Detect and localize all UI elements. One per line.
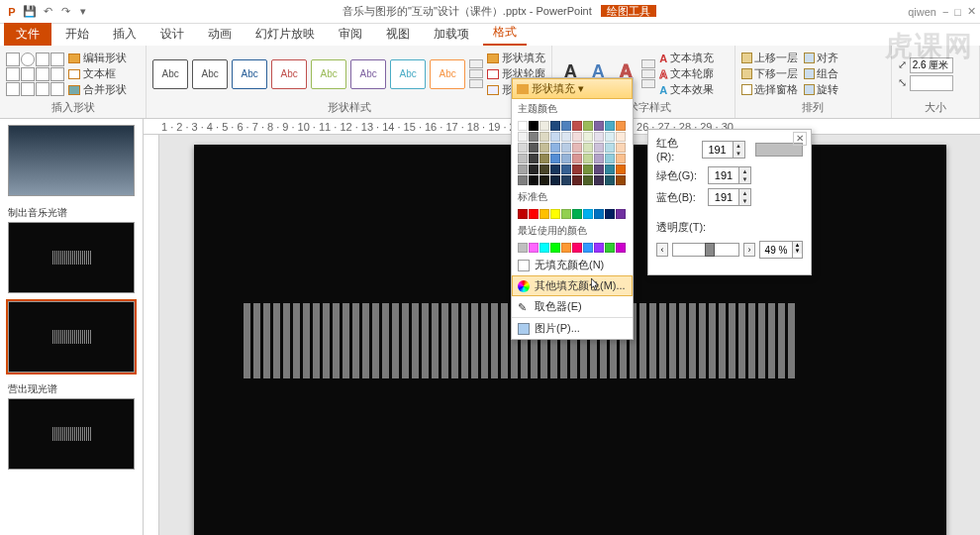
color-swatch[interactable] [539, 132, 549, 142]
standard-color-palette[interactable] [512, 207, 633, 221]
spin-up-icon[interactable]: ▲ [734, 142, 744, 150]
color-swatch[interactable] [539, 154, 549, 163]
transparency-input[interactable]: ▲▼ [759, 241, 803, 259]
panel-close-icon[interactable]: ✕ [793, 132, 807, 146]
shape-fill-header[interactable]: 形状填充▾ [512, 78, 633, 99]
thumbnail-3[interactable] [4, 301, 139, 373]
color-swatch[interactable] [616, 209, 626, 219]
thumbnail-1[interactable] [4, 125, 139, 196]
color-swatch[interactable] [605, 143, 615, 153]
color-swatch[interactable] [550, 121, 560, 131]
color-swatch[interactable] [561, 121, 571, 131]
edit-shape-button[interactable]: 编辑形状 [68, 51, 127, 65]
color-swatch[interactable] [518, 209, 528, 219]
color-swatch[interactable] [572, 175, 582, 185]
color-swatch[interactable] [518, 164, 528, 174]
theme-color-palette[interactable] [512, 119, 633, 187]
gallery-more-icon[interactable] [469, 59, 483, 88]
slider-thumb[interactable] [705, 243, 715, 257]
color-swatch[interactable] [550, 143, 560, 153]
color-swatch[interactable] [605, 164, 615, 174]
color-swatch[interactable] [605, 132, 615, 142]
color-swatch[interactable] [539, 164, 549, 174]
color-swatch[interactable] [550, 175, 560, 185]
slide-thumbnails[interactable]: 制出音乐光谱 营出现光谱 [0, 119, 144, 535]
color-swatch[interactable] [529, 164, 539, 174]
text-outline-button[interactable]: A文本轮廓 [659, 66, 714, 81]
tab-insert[interactable]: 插入 [103, 23, 147, 46]
color-swatch[interactable] [550, 164, 560, 174]
rotate-button[interactable]: 旋转 [804, 82, 838, 97]
color-swatch[interactable] [605, 209, 615, 219]
color-swatch[interactable] [539, 243, 549, 253]
color-swatch[interactable] [594, 209, 604, 219]
color-swatch[interactable] [572, 243, 582, 253]
color-swatch[interactable] [572, 209, 582, 219]
shape-fill-button[interactable]: 形状填充 [487, 51, 545, 65]
color-swatch[interactable] [594, 154, 604, 163]
color-swatch[interactable] [594, 243, 604, 253]
color-swatch[interactable] [518, 143, 528, 153]
maximize-icon[interactable]: □ [954, 6, 961, 18]
tab-format[interactable]: 格式 [483, 21, 527, 46]
color-swatch[interactable] [539, 209, 549, 219]
close-icon[interactable]: ✕ [967, 5, 976, 18]
color-swatch[interactable] [572, 164, 582, 174]
color-swatch[interactable] [616, 154, 626, 163]
color-swatch[interactable] [594, 121, 604, 131]
color-swatch[interactable] [529, 143, 539, 153]
save-icon[interactable]: 💾 [22, 4, 38, 20]
align-button[interactable]: 对齐 [804, 51, 838, 65]
thumbnail-2[interactable]: 制出音乐光谱 [4, 204, 139, 293]
color-swatch[interactable] [583, 121, 593, 131]
color-swatch[interactable] [561, 175, 571, 185]
undo-icon[interactable]: ↶ [40, 4, 55, 20]
color-swatch[interactable] [529, 132, 539, 142]
file-tab[interactable]: 文件 [4, 23, 51, 46]
color-swatch[interactable] [605, 175, 615, 185]
selection-pane-button[interactable]: 选择窗格 [741, 82, 798, 97]
color-swatch[interactable] [583, 209, 593, 219]
tab-animations[interactable]: 动画 [198, 23, 242, 46]
slider-left-icon[interactable]: ‹ [656, 243, 668, 257]
color-swatch[interactable] [605, 243, 615, 253]
color-swatch[interactable] [583, 243, 593, 253]
color-swatch[interactable] [529, 121, 539, 131]
color-swatch[interactable] [529, 243, 539, 253]
wordart-more-icon[interactable] [641, 59, 655, 88]
color-swatch[interactable] [616, 175, 626, 185]
color-swatch[interactable] [594, 143, 604, 153]
text-fill-button[interactable]: A文本填充 [659, 51, 714, 65]
color-swatch[interactable] [572, 143, 582, 153]
tab-addins[interactable]: 加载项 [424, 23, 479, 46]
more-fill-colors-item[interactable]: 其他填充颜色(M)... [512, 275, 633, 296]
no-fill-item[interactable]: 无填充颜色(N) [512, 255, 633, 275]
color-swatch[interactable] [518, 132, 528, 142]
eyedropper-item[interactable]: ✎取色器(E) [512, 296, 633, 317]
bring-forward-button[interactable]: 上移一层 [741, 51, 798, 65]
slider-right-icon[interactable]: › [743, 243, 755, 257]
height-input[interactable] [910, 57, 953, 73]
app-icon[interactable]: P [4, 4, 20, 20]
green-input[interactable]: ▲▼ [708, 166, 751, 184]
thumbnail-4[interactable]: 营出现光谱 [4, 380, 139, 470]
color-swatch[interactable] [550, 154, 560, 163]
picture-fill-item[interactable]: 图片(P)... [512, 317, 633, 339]
color-swatch[interactable] [616, 132, 626, 142]
color-swatch[interactable] [561, 143, 571, 153]
color-swatch[interactable] [572, 154, 582, 163]
tab-view[interactable]: 视图 [376, 23, 420, 46]
color-swatch[interactable] [594, 164, 604, 174]
color-swatch[interactable] [583, 132, 593, 142]
color-swatch[interactable] [616, 121, 626, 131]
color-swatch[interactable] [583, 175, 593, 185]
group-button[interactable]: 组合 [804, 66, 838, 81]
color-swatch[interactable] [572, 121, 582, 131]
send-backward-button[interactable]: 下移一层 [741, 66, 798, 81]
color-swatch[interactable] [550, 243, 560, 253]
blue-input[interactable]: ▲▼ [708, 188, 751, 206]
tab-home[interactable]: 开始 [55, 23, 99, 46]
color-swatch[interactable] [561, 243, 571, 253]
color-swatch[interactable] [583, 164, 593, 174]
color-swatch[interactable] [572, 132, 582, 142]
